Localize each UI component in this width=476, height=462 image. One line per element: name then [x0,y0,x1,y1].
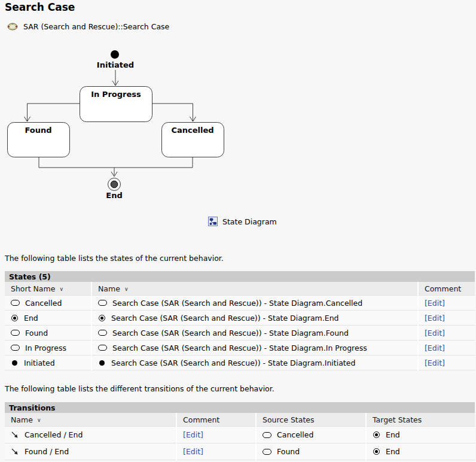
transition-name: Cancelled / End [25,430,83,439]
state-label-in-progress: In Progress [91,90,141,99]
table-row: Cancelled / End [Edit] Cancelled End [5,427,475,443]
table-row: Cancelled Search Case (SAR (Search and R… [5,296,475,311]
target-state: End [386,430,400,439]
state-short-name: End [24,314,38,323]
state-label-found: Found [25,126,51,135]
column-header-source-states: Source States [256,413,366,427]
column-header-comment: Comment [176,413,256,427]
state-icon [11,345,20,351]
transitions-table-header-row: Name∨ Comment Source States Target State… [5,413,475,427]
transition-edge-to-end [39,157,193,177]
edit-comment-link[interactable]: [Edit] [425,329,445,338]
qualified-name-row: SAR (Search and Rescue)::Search Case [7,22,169,31]
states-table-header-row: Short Name∨ Name∨ Comment [5,282,475,296]
final-state-icon [99,315,105,321]
transition-edge-inprogress-cancelled [152,104,196,121]
state-icon [98,345,107,351]
column-header-name[interactable]: Name∨ [91,282,418,296]
table-row: Found / End [Edit] Found End [5,443,475,460]
table-row: Found Search Case (SAR (Search and Rescu… [5,326,475,341]
state-icon [11,330,20,336]
source-state: Cancelled [277,430,313,439]
states-table: States (5) Short Name∨ Name∨ Comment Can… [5,271,475,370]
initial-state-node[interactable] [111,50,119,59]
transition-edge-initiated-inprogress [112,70,118,86]
column-header-comment: Comment [418,282,475,296]
transitions-table-title-bar: Transitions [5,402,475,413]
initial-state-label: Initiated [97,60,134,69]
transitions-table: Transitions Name∨ Comment Source States … [5,402,475,460]
state-icon [98,300,107,306]
column-header-name[interactable]: Name∨ [5,413,176,427]
state-short-name: Found [25,329,48,338]
table-row: Initiated Search Case (SAR (Search and R… [5,355,475,370]
transition-icon [11,431,19,439]
state-short-name: In Progress [25,344,66,352]
edit-comment-link[interactable]: [Edit] [183,447,203,456]
final-state-icon [373,448,380,455]
table-row: End Search Case (SAR (Search and Rescue)… [5,311,475,326]
edit-comment-link[interactable]: [Edit] [425,344,445,352]
transition-edge-inprogress-found [25,104,80,121]
states-intro-text: The following table lists the states of … [5,254,224,263]
final-state-icon [11,315,18,321]
edit-comment-link[interactable]: [Edit] [425,314,445,323]
state-full-name: Search Case (SAR (Search and Rescue)) - … [111,358,355,367]
diagram-caption-label: State Diagram [222,217,277,226]
state-full-name: Search Case (SAR (Search and Rescue)) - … [112,344,367,352]
column-header-target-states: Target States [366,413,475,427]
state-icon [263,432,271,438]
state-diagram-icon [208,217,218,226]
state-diagram-canvas: Initiated In Progress Found Cancelled En… [0,45,239,205]
page-title: Search Case [5,1,75,13]
state-full-name: Search Case (SAR (Search and Rescue)) - … [111,314,339,323]
sort-descending-icon: ∨ [59,286,63,292]
state-short-name: Initiated [24,358,55,367]
edit-comment-link[interactable]: [Edit] [425,299,445,308]
state-icon [98,330,107,336]
final-state-icon [373,431,380,438]
diagram-caption: State Diagram [208,217,277,226]
qualified-name: SAR (Search and Rescue)::Search Case [23,22,169,31]
final-state-label: End [106,191,122,200]
transitions-table-title: Transitions [5,402,475,413]
edit-comment-link[interactable]: [Edit] [183,430,203,439]
transition-icon [11,448,19,456]
states-table-title-bar: States (5) [5,271,475,282]
transitions-intro-text: The following table lists the different … [5,384,274,393]
state-full-name: Search Case (SAR (Search and Rescue)) - … [112,329,349,338]
column-header-short-name[interactable]: Short Name∨ [5,282,91,296]
table-row: In Progress Search Case (SAR (Search and… [5,341,475,355]
source-state: Found [277,447,300,456]
sort-descending-icon: ∨ [37,417,41,423]
state-full-name: Search Case (SAR (Search and Rescue)) - … [112,299,362,308]
edit-comment-link[interactable]: [Edit] [425,358,445,367]
use-case-icon [7,23,18,31]
initial-state-icon [99,360,105,366]
final-state-node[interactable] [108,178,121,191]
state-label-cancelled: Cancelled [171,126,213,135]
transition-name: Found / End [25,447,69,456]
state-short-name: Cancelled [25,299,62,308]
target-state: End [386,447,400,456]
sort-descending-icon: ∨ [124,286,129,292]
state-icon [11,300,20,306]
initial-state-icon [12,360,17,366]
state-icon [263,449,271,455]
states-table-title: States (5) [5,271,475,282]
